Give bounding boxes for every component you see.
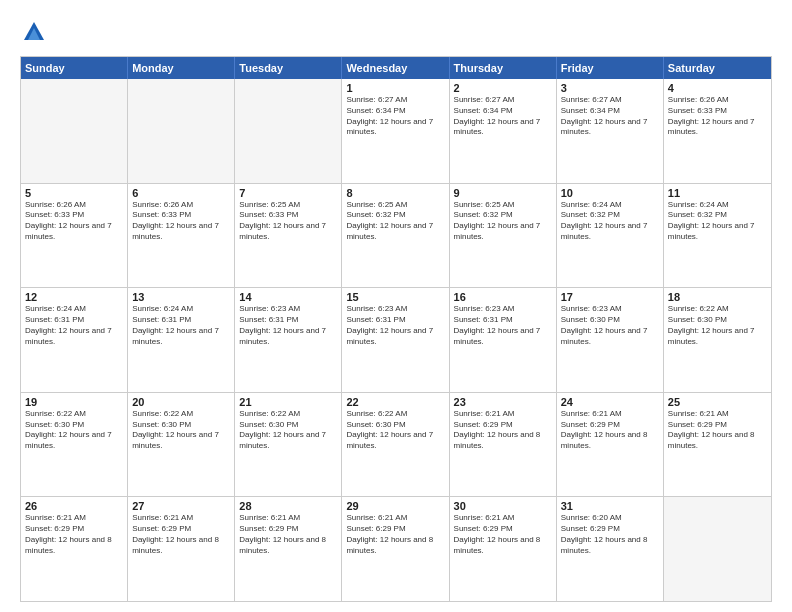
day-number: 25	[668, 396, 767, 408]
calendar-cell: 10Sunrise: 6:24 AMSunset: 6:32 PMDayligh…	[557, 184, 664, 288]
calendar-cell	[21, 79, 128, 183]
cell-info: Sunrise: 6:21 AMSunset: 6:29 PMDaylight:…	[25, 513, 123, 556]
page: SundayMondayTuesdayWednesdayThursdayFrid…	[0, 0, 792, 612]
day-number: 8	[346, 187, 444, 199]
header-day-sunday: Sunday	[21, 57, 128, 79]
calendar-cell: 20Sunrise: 6:22 AMSunset: 6:30 PMDayligh…	[128, 393, 235, 497]
day-number: 31	[561, 500, 659, 512]
day-number: 1	[346, 82, 444, 94]
calendar: SundayMondayTuesdayWednesdayThursdayFrid…	[20, 56, 772, 602]
calendar-header: SundayMondayTuesdayWednesdayThursdayFrid…	[21, 57, 771, 79]
cell-info: Sunrise: 6:25 AMSunset: 6:32 PMDaylight:…	[346, 200, 444, 243]
calendar-cell: 28Sunrise: 6:21 AMSunset: 6:29 PMDayligh…	[235, 497, 342, 601]
day-number: 5	[25, 187, 123, 199]
calendar-cell: 23Sunrise: 6:21 AMSunset: 6:29 PMDayligh…	[450, 393, 557, 497]
calendar-cell: 11Sunrise: 6:24 AMSunset: 6:32 PMDayligh…	[664, 184, 771, 288]
calendar-cell: 4Sunrise: 6:26 AMSunset: 6:33 PMDaylight…	[664, 79, 771, 183]
calendar-cell: 30Sunrise: 6:21 AMSunset: 6:29 PMDayligh…	[450, 497, 557, 601]
calendar-cell: 3Sunrise: 6:27 AMSunset: 6:34 PMDaylight…	[557, 79, 664, 183]
cell-info: Sunrise: 6:27 AMSunset: 6:34 PMDaylight:…	[561, 95, 659, 138]
calendar-cell: 17Sunrise: 6:23 AMSunset: 6:30 PMDayligh…	[557, 288, 664, 392]
calendar-cell: 14Sunrise: 6:23 AMSunset: 6:31 PMDayligh…	[235, 288, 342, 392]
cell-info: Sunrise: 6:24 AMSunset: 6:31 PMDaylight:…	[132, 304, 230, 347]
day-number: 18	[668, 291, 767, 303]
calendar-cell: 15Sunrise: 6:23 AMSunset: 6:31 PMDayligh…	[342, 288, 449, 392]
calendar-cell: 16Sunrise: 6:23 AMSunset: 6:31 PMDayligh…	[450, 288, 557, 392]
calendar-cell: 21Sunrise: 6:22 AMSunset: 6:30 PMDayligh…	[235, 393, 342, 497]
cell-info: Sunrise: 6:25 AMSunset: 6:33 PMDaylight:…	[239, 200, 337, 243]
cell-info: Sunrise: 6:21 AMSunset: 6:29 PMDaylight:…	[239, 513, 337, 556]
calendar-cell: 12Sunrise: 6:24 AMSunset: 6:31 PMDayligh…	[21, 288, 128, 392]
cell-info: Sunrise: 6:26 AMSunset: 6:33 PMDaylight:…	[132, 200, 230, 243]
cell-info: Sunrise: 6:22 AMSunset: 6:30 PMDaylight:…	[132, 409, 230, 452]
cell-info: Sunrise: 6:24 AMSunset: 6:32 PMDaylight:…	[668, 200, 767, 243]
day-number: 28	[239, 500, 337, 512]
calendar-cell: 8Sunrise: 6:25 AMSunset: 6:32 PMDaylight…	[342, 184, 449, 288]
day-number: 20	[132, 396, 230, 408]
cell-info: Sunrise: 6:26 AMSunset: 6:33 PMDaylight:…	[25, 200, 123, 243]
day-number: 4	[668, 82, 767, 94]
calendar-cell	[235, 79, 342, 183]
day-number: 2	[454, 82, 552, 94]
day-number: 30	[454, 500, 552, 512]
header-day-tuesday: Tuesday	[235, 57, 342, 79]
day-number: 12	[25, 291, 123, 303]
day-number: 15	[346, 291, 444, 303]
day-number: 17	[561, 291, 659, 303]
calendar-body: 1Sunrise: 6:27 AMSunset: 6:34 PMDaylight…	[21, 79, 771, 601]
calendar-cell: 6Sunrise: 6:26 AMSunset: 6:33 PMDaylight…	[128, 184, 235, 288]
day-number: 10	[561, 187, 659, 199]
cell-info: Sunrise: 6:22 AMSunset: 6:30 PMDaylight:…	[346, 409, 444, 452]
day-number: 9	[454, 187, 552, 199]
logo-icon	[20, 18, 48, 46]
calendar-cell: 24Sunrise: 6:21 AMSunset: 6:29 PMDayligh…	[557, 393, 664, 497]
day-number: 22	[346, 396, 444, 408]
day-number: 3	[561, 82, 659, 94]
calendar-cell: 2Sunrise: 6:27 AMSunset: 6:34 PMDaylight…	[450, 79, 557, 183]
calendar-cell: 31Sunrise: 6:20 AMSunset: 6:29 PMDayligh…	[557, 497, 664, 601]
cell-info: Sunrise: 6:23 AMSunset: 6:31 PMDaylight:…	[454, 304, 552, 347]
cell-info: Sunrise: 6:27 AMSunset: 6:34 PMDaylight:…	[346, 95, 444, 138]
cell-info: Sunrise: 6:22 AMSunset: 6:30 PMDaylight:…	[25, 409, 123, 452]
calendar-cell	[664, 497, 771, 601]
day-number: 21	[239, 396, 337, 408]
calendar-week-2: 5Sunrise: 6:26 AMSunset: 6:33 PMDaylight…	[21, 184, 771, 289]
calendar-cell: 29Sunrise: 6:21 AMSunset: 6:29 PMDayligh…	[342, 497, 449, 601]
calendar-cell: 1Sunrise: 6:27 AMSunset: 6:34 PMDaylight…	[342, 79, 449, 183]
day-number: 29	[346, 500, 444, 512]
cell-info: Sunrise: 6:23 AMSunset: 6:31 PMDaylight:…	[239, 304, 337, 347]
day-number: 27	[132, 500, 230, 512]
calendar-cell: 22Sunrise: 6:22 AMSunset: 6:30 PMDayligh…	[342, 393, 449, 497]
day-number: 11	[668, 187, 767, 199]
calendar-week-3: 12Sunrise: 6:24 AMSunset: 6:31 PMDayligh…	[21, 288, 771, 393]
cell-info: Sunrise: 6:23 AMSunset: 6:31 PMDaylight:…	[346, 304, 444, 347]
cell-info: Sunrise: 6:20 AMSunset: 6:29 PMDaylight:…	[561, 513, 659, 556]
day-number: 26	[25, 500, 123, 512]
logo	[20, 18, 52, 46]
header-day-thursday: Thursday	[450, 57, 557, 79]
cell-info: Sunrise: 6:21 AMSunset: 6:29 PMDaylight:…	[561, 409, 659, 452]
calendar-cell: 27Sunrise: 6:21 AMSunset: 6:29 PMDayligh…	[128, 497, 235, 601]
day-number: 19	[25, 396, 123, 408]
cell-info: Sunrise: 6:23 AMSunset: 6:30 PMDaylight:…	[561, 304, 659, 347]
cell-info: Sunrise: 6:21 AMSunset: 6:29 PMDaylight:…	[132, 513, 230, 556]
day-number: 24	[561, 396, 659, 408]
calendar-cell: 26Sunrise: 6:21 AMSunset: 6:29 PMDayligh…	[21, 497, 128, 601]
cell-info: Sunrise: 6:21 AMSunset: 6:29 PMDaylight:…	[454, 513, 552, 556]
calendar-cell: 9Sunrise: 6:25 AMSunset: 6:32 PMDaylight…	[450, 184, 557, 288]
cell-info: Sunrise: 6:25 AMSunset: 6:32 PMDaylight:…	[454, 200, 552, 243]
calendar-cell: 25Sunrise: 6:21 AMSunset: 6:29 PMDayligh…	[664, 393, 771, 497]
header-day-friday: Friday	[557, 57, 664, 79]
day-number: 13	[132, 291, 230, 303]
header	[20, 18, 772, 46]
cell-info: Sunrise: 6:21 AMSunset: 6:29 PMDaylight:…	[668, 409, 767, 452]
day-number: 23	[454, 396, 552, 408]
day-number: 7	[239, 187, 337, 199]
cell-info: Sunrise: 6:21 AMSunset: 6:29 PMDaylight:…	[346, 513, 444, 556]
calendar-cell: 19Sunrise: 6:22 AMSunset: 6:30 PMDayligh…	[21, 393, 128, 497]
cell-info: Sunrise: 6:22 AMSunset: 6:30 PMDaylight:…	[668, 304, 767, 347]
day-number: 14	[239, 291, 337, 303]
day-number: 16	[454, 291, 552, 303]
calendar-cell: 5Sunrise: 6:26 AMSunset: 6:33 PMDaylight…	[21, 184, 128, 288]
calendar-week-1: 1Sunrise: 6:27 AMSunset: 6:34 PMDaylight…	[21, 79, 771, 184]
